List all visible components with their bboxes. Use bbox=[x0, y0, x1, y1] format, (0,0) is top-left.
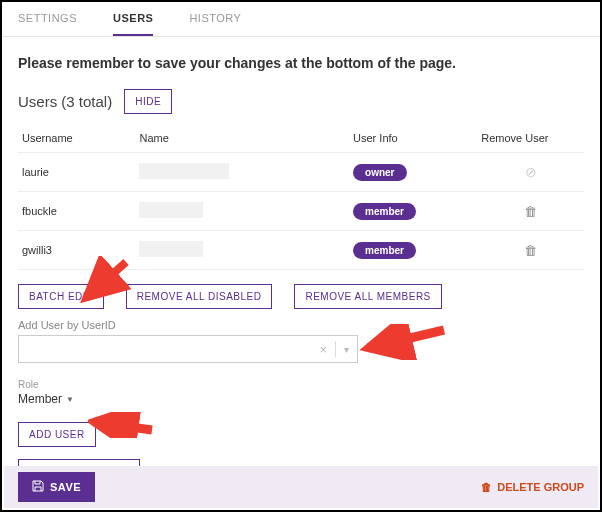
cell-name-placeholder bbox=[139, 163, 229, 179]
table-row: fbuckle member 🗑 bbox=[18, 192, 584, 231]
remove-all-disabled-button[interactable]: REMOVE ALL DISABLED bbox=[126, 284, 273, 309]
trash-icon[interactable]: 🗑 bbox=[524, 204, 537, 219]
add-user-input[interactable] bbox=[19, 336, 311, 362]
delete-group-button[interactable]: 🗑 DELETE GROUP bbox=[481, 481, 584, 493]
col-username: Username bbox=[18, 124, 135, 153]
remove-all-members-button[interactable]: REMOVE ALL MEMBERS bbox=[294, 284, 441, 309]
role-label: Role bbox=[18, 379, 584, 390]
clear-icon[interactable]: × bbox=[311, 342, 335, 357]
col-remove: Remove User bbox=[477, 124, 584, 153]
role-select[interactable]: Member ▼ bbox=[18, 392, 74, 406]
remove-disabled-icon: ⊘ bbox=[525, 164, 537, 180]
role-value: Member bbox=[18, 392, 62, 406]
trash-icon: 🗑 bbox=[481, 481, 492, 493]
col-userinfo: User Info bbox=[349, 124, 477, 153]
tab-users[interactable]: USERS bbox=[113, 12, 153, 36]
delete-group-label: DELETE GROUP bbox=[497, 481, 584, 493]
save-button[interactable]: SAVE bbox=[18, 472, 95, 502]
user-role-badge: owner bbox=[353, 164, 406, 181]
save-notice: Please remember to save your changes at … bbox=[18, 55, 584, 71]
footer-bar: SAVE 🗑 DELETE GROUP bbox=[4, 466, 598, 508]
cell-name-placeholder bbox=[139, 202, 203, 218]
user-role-badge: member bbox=[353, 242, 416, 259]
save-icon bbox=[32, 480, 44, 494]
trash-icon[interactable]: 🗑 bbox=[524, 243, 537, 258]
batch-edit-button[interactable]: BATCH EDIT bbox=[18, 284, 104, 309]
cell-name-placeholder bbox=[139, 241, 203, 257]
cell-username: laurie bbox=[18, 153, 135, 192]
users-section-title: Users (3 total) bbox=[18, 93, 112, 110]
tab-history[interactable]: HISTORY bbox=[189, 12, 241, 36]
col-name: Name bbox=[135, 124, 349, 153]
caret-down-icon: ▼ bbox=[66, 395, 74, 404]
hide-button[interactable]: HIDE bbox=[124, 89, 172, 114]
add-user-label: Add User by UserID bbox=[18, 319, 584, 331]
chevron-down-icon[interactable]: ▾ bbox=[336, 344, 357, 355]
table-row: gwilli3 member 🗑 bbox=[18, 231, 584, 270]
add-user-button[interactable]: ADD USER bbox=[18, 422, 96, 447]
user-role-badge: member bbox=[353, 203, 416, 220]
tab-bar: SETTINGS USERS HISTORY bbox=[2, 2, 600, 37]
tab-settings[interactable]: SETTINGS bbox=[18, 12, 77, 36]
cell-username: gwilli3 bbox=[18, 231, 135, 270]
save-label: SAVE bbox=[50, 481, 81, 493]
table-row: laurie owner ⊘ bbox=[18, 153, 584, 192]
cell-username: fbuckle bbox=[18, 192, 135, 231]
users-table: Username Name User Info Remove User laur… bbox=[18, 124, 584, 270]
add-user-select[interactable]: × ▾ bbox=[18, 335, 358, 363]
